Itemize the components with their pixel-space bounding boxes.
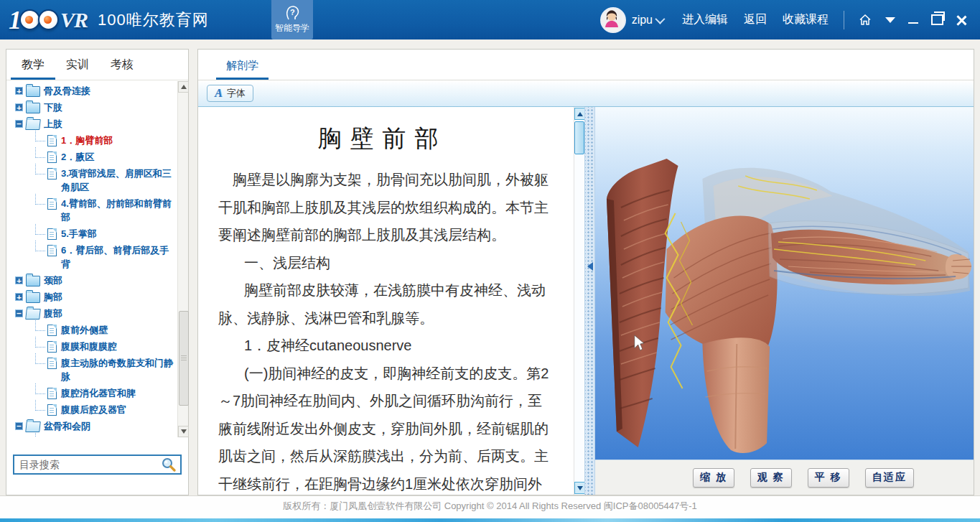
collapse-node-icon[interactable]: −	[15, 120, 23, 128]
close-button[interactable]	[956, 15, 966, 25]
tree-item-label[interactable]: 5.手掌部	[61, 227, 97, 241]
font-button[interactable]: A 字体	[207, 85, 253, 102]
expand-node-icon[interactable]: +	[15, 293, 23, 301]
enter-edit-button[interactable]: 进入编辑	[682, 12, 728, 27]
tree-item[interactable]: 5.手掌部	[6, 225, 177, 242]
lesson-article: 胸壁前部 胸壁是以胸廓为支架，肋骨间充以肋间肌，外被躯干肌和胸部上肢肌及其浅层的…	[198, 107, 574, 495]
tree-item-label[interactable]: 腹主动脉的奇数脏支和门静脉	[61, 356, 176, 383]
document-icon	[47, 404, 57, 416]
expand-node-icon[interactable]: +	[15, 87, 23, 95]
document-icon	[47, 198, 57, 210]
scrollbar-thumb[interactable]	[179, 311, 189, 406]
sidebar-scrollbar[interactable]	[177, 81, 188, 437]
scroll-down-button[interactable]	[178, 426, 189, 437]
tree-item-label[interactable]: 3.项背部浅层、肩胛区和三角肌区	[61, 167, 176, 194]
collapse-node-icon[interactable]: −	[15, 422, 23, 430]
tree-item[interactable]: 3.项背部浅层、肩胛区和三角肌区	[6, 165, 177, 195]
expand-node-icon[interactable]: +	[15, 103, 23, 111]
dropdown-button[interactable]	[885, 17, 895, 23]
tree-item-label[interactable]: 腹膜后腔及器官	[61, 403, 126, 416]
tree-item-label[interactable]: 骨及骨连接	[44, 84, 90, 98]
viewer-control-button[interactable]: 自适应	[865, 468, 914, 488]
arrow-down-icon	[577, 486, 583, 490]
tree-item[interactable]: 腹前外侧壁	[6, 322, 177, 338]
catalog-search-box[interactable]	[13, 455, 182, 475]
search-input[interactable]	[18, 458, 161, 471]
tab-anatomy[interactable]: 解剖学	[216, 50, 269, 80]
panel-splitter[interactable]	[584, 107, 595, 495]
tree-item[interactable]: −上肢	[6, 116, 177, 132]
tree-item-label[interactable]: 4.臂前部、肘前部和前臂前部	[61, 197, 176, 224]
tree-item-label[interactable]: 腹膜和腹膜腔	[61, 340, 117, 353]
collapse-left-icon[interactable]	[587, 262, 593, 271]
lesson-panel: 解剖学 A 字体 胸壁前部 胸壁是以胸廓为支架，肋骨间充以肋间肌，外被躯干肌和胸…	[197, 49, 974, 495]
font-icon: A	[215, 88, 223, 99]
favorite-course-button[interactable]: 收藏课程	[783, 12, 829, 27]
scrollbar-thumb[interactable]	[574, 121, 584, 154]
article-paragraph: 1．皮神经cutaneousnerve	[218, 332, 555, 360]
tree-item[interactable]: 4.臂前部、肘前部和前臂前部	[6, 195, 177, 225]
tree-item-label[interactable]: 下肢	[44, 101, 62, 114]
tree-item-label[interactable]: 腹前外侧壁	[61, 323, 108, 337]
copyright-text: 版权所有：厦门凤凰创壹软件有限公司 Copyright © 2014 All R…	[0, 496, 980, 516]
tree-item-label[interactable]: 1．胸臂前部	[61, 134, 113, 147]
tree-item[interactable]: 腹主动脉的奇数脏支和门静脉	[6, 355, 177, 385]
title-bar: 1 VR 100唯尔教育网 ? 智能导学 zip	[0, 0, 980, 39]
tree-item[interactable]: +颈部	[6, 272, 177, 289]
tree-item[interactable]: 1．胸臂前部	[6, 132, 177, 149]
site-logo[interactable]: 1 VR	[9, 7, 88, 33]
chevron-down-icon[interactable]	[655, 14, 665, 24]
scroll-up-button[interactable]	[178, 81, 189, 93]
article-scrollbar[interactable]	[574, 107, 584, 495]
viewer-control-button[interactable]: 观 察	[750, 468, 792, 488]
document-icon	[47, 135, 57, 146]
folder-icon	[26, 276, 40, 286]
tree-connector	[35, 131, 45, 141]
tree-item-label[interactable]: 颈部	[44, 274, 62, 287]
viewer-control-button[interactable]: 缩 放	[693, 468, 734, 488]
tree-item-label[interactable]: 6．臂后部、前臂后部及手背	[61, 243, 176, 271]
smart-guide-button[interactable]: ? 智能导学	[271, 0, 313, 39]
model-3d-canvas[interactable]	[595, 107, 974, 460]
collapse-node-icon[interactable]: −	[15, 309, 23, 317]
lesson-body: 胸壁前部 胸壁是以胸廓为支架，肋骨间充以肋间肌，外被躯干肌和胸部上肢肌及其浅层的…	[198, 107, 974, 495]
lesson-toolbar: A 字体	[198, 80, 974, 107]
tree-item[interactable]: 6．臂后部、前臂后部及手背	[6, 242, 177, 272]
svg-text:?: ?	[290, 8, 295, 17]
tree-item[interactable]: −盆骨和会阴	[6, 418, 177, 434]
tab-teaching[interactable]: 教学	[11, 57, 55, 80]
tree-item[interactable]: −腹部	[6, 305, 177, 322]
tree-item-label[interactable]: 盆骨和会阴	[44, 419, 90, 433]
expand-node-icon[interactable]: +	[15, 276, 23, 284]
minimize-button[interactable]	[908, 17, 918, 24]
home-button[interactable]	[858, 13, 872, 27]
scroll-up-button[interactable]	[574, 108, 585, 120]
back-button[interactable]: 返回	[744, 12, 767, 27]
tree-item-label[interactable]: 上肢	[44, 117, 62, 131]
tree-item-label[interactable]: 胸部	[44, 290, 62, 304]
tree-item[interactable]: 腹膜后腔及器官	[6, 401, 177, 418]
tab-training[interactable]: 实训	[55, 57, 100, 80]
logo-eye-icon	[38, 9, 59, 30]
course-sidebar: 教学 实训 考核 +骨及骨连接+下肢−上肢1．胸臂前部2．腋区3.项背部浅层、肩…	[6, 49, 189, 495]
tree-item[interactable]: 腹腔消化器官和脾	[6, 385, 177, 401]
tree-item[interactable]: +下肢	[6, 99, 177, 116]
viewer-control-button[interactable]: 平 移	[808, 468, 849, 488]
search-icon[interactable]	[161, 457, 177, 472]
triangle-down-icon	[885, 17, 895, 23]
document-icon	[47, 228, 57, 240]
maximize-button[interactable]	[931, 14, 943, 25]
tree-item-label[interactable]: 腹腔消化器官和脾	[61, 386, 136, 400]
scroll-down-button[interactable]	[574, 482, 585, 494]
tree-item-label[interactable]: 腹部	[44, 307, 62, 320]
tree-item[interactable]: 2．腋区	[6, 149, 177, 165]
folder-icon	[26, 292, 40, 303]
user-avatar[interactable]	[600, 7, 626, 33]
tree-item[interactable]: 腹膜和腹膜腔	[6, 338, 177, 355]
tree-item[interactable]: +骨及骨连接	[6, 83, 177, 99]
tree-connector	[35, 337, 45, 348]
tab-assessment[interactable]: 考核	[100, 57, 144, 80]
tree-item[interactable]: +胸部	[6, 289, 177, 305]
username[interactable]: zipu	[632, 14, 653, 27]
tree-item-label[interactable]: 2．腋区	[61, 150, 94, 164]
